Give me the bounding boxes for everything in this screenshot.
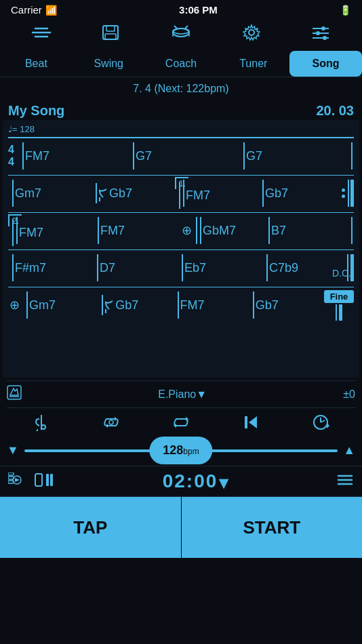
svg-rect-42 [35, 474, 42, 486]
wifi-icon: 📶 [45, 5, 57, 16]
svg-rect-21 [7, 386, 21, 399]
sheet-area: ♩= 128 4 4 FM7 G7 G7 Gm7 Gb7 [3, 120, 359, 378]
bpm-row: ▼ 128bpm ▲ [7, 441, 355, 463]
playback-controls [7, 408, 355, 441]
edit-icon[interactable] [7, 385, 22, 403]
svg-rect-5 [105, 34, 116, 39]
timer-display: 02:00 ▾ [163, 470, 228, 492]
svg-point-18 [323, 36, 327, 40]
svg-rect-39 [8, 472, 14, 475]
pitch-offset: ±0 [343, 388, 355, 401]
svg-line-10 [174, 26, 177, 28]
song-header: My Song 20. 03 [0, 100, 362, 120]
chord-gm7-2: Gm7 [22, 287, 98, 323]
svg-rect-32 [245, 416, 247, 428]
timer-dot: ▾ [219, 472, 228, 494]
music-row-3: 2. FM7 FM7 ⊕ GbM7 B7 [8, 212, 354, 248]
loop-icon[interactable] [102, 414, 120, 435]
chord-fm7-3: FM7 [94, 213, 179, 248]
svg-marker-26 [115, 417, 117, 421]
chord-gb7-3: Gb7 [98, 287, 173, 323]
footer-left [8, 472, 54, 491]
toolbar [0, 18, 362, 51]
music-row-1: 4 4 FM7 G7 G7 [8, 137, 354, 174]
list-icon[interactable] [32, 26, 51, 43]
bottom-controls: E.Piano▼ ±0 [0, 378, 362, 466]
tab-bar: Beat Swing Coach Tuner Song [0, 51, 362, 77]
tab-swing[interactable]: Swing [73, 51, 145, 77]
chord-gbm7: ⊕ GbM7 [179, 213, 264, 248]
bpm-slider-track[interactable]: 128bpm [24, 449, 338, 452]
gear-icon[interactable] [243, 24, 260, 45]
svg-marker-31 [249, 416, 257, 428]
repeat-icon[interactable] [172, 414, 190, 435]
tap-button[interactable]: TAP [0, 497, 182, 558]
save-icon[interactable] [102, 24, 119, 45]
music-row-4: F#m7 D7 Eb7 C7b9 D.C. [8, 249, 354, 285]
status-right: 🔋 [340, 5, 351, 16]
svg-point-28 [109, 420, 113, 424]
chord-b7: B7 [264, 213, 350, 248]
status-bar: Carrier 📶 3:06 PM 🔋 [0, 0, 362, 18]
section-info: 7. 4 (Next: 122bpm) [0, 77, 362, 100]
tempo-line: ♩= 128 [8, 124, 354, 134]
status-left: Carrier 📶 [11, 4, 57, 16]
chord-d7: D7 [93, 250, 178, 285]
status-time: 3:06 PM [179, 4, 218, 16]
chord-fm7-volta1: 1. FM7 [175, 176, 258, 211]
svg-rect-41 [8, 481, 14, 483]
bpm-decrease[interactable]: ▼ [7, 443, 19, 458]
chord-eb7: Eb7 [178, 250, 262, 285]
chord-gm7: Gm7 [8, 176, 92, 211]
repeat-end [342, 180, 354, 207]
svg-point-24 [41, 425, 45, 429]
chord-f#m7: F#m7 [8, 250, 93, 285]
speed-icon[interactable] [312, 414, 329, 435]
svg-line-11 [185, 26, 188, 28]
tune-icon[interactable] [33, 414, 50, 435]
svg-rect-4 [106, 26, 115, 31]
playback-settings-icon[interactable] [8, 472, 26, 491]
count-icon[interactable] [34, 472, 54, 491]
svg-marker-25 [36, 428, 38, 431]
bpm-increase[interactable]: ▲ [343, 443, 355, 458]
time-signature: 4 4 [8, 144, 14, 167]
svg-rect-40 [8, 477, 14, 479]
chord-g7-1: G7 [129, 138, 239, 174]
instrument-row: E.Piano▼ ±0 [7, 380, 355, 408]
svg-rect-44 [50, 474, 53, 486]
chord-fm7-5: FM7 [174, 287, 249, 323]
song-time: 20. 03 [316, 103, 354, 119]
chord-fm7-volta2: 2. FM7 [8, 213, 94, 248]
drums-icon[interactable] [170, 24, 192, 45]
chord-g7-2: G7 [239, 138, 350, 174]
chord-fm7-1: FM7 [18, 138, 129, 174]
tab-beat[interactable]: Beat [0, 51, 73, 77]
action-buttons: TAP START [0, 497, 362, 558]
tab-tuner[interactable]: Tuner [217, 51, 289, 77]
svg-point-7 [173, 28, 189, 34]
footer-bar: 02:00 ▾ [0, 466, 362, 497]
carrier-text: Carrier [11, 4, 42, 16]
tab-coach[interactable]: Coach [145, 51, 218, 77]
start-button[interactable]: START [182, 497, 363, 558]
svg-rect-43 [46, 474, 49, 486]
battery-icon: 🔋 [340, 5, 351, 16]
svg-marker-36 [327, 423, 329, 428]
svg-point-12 [249, 30, 254, 35]
svg-point-14 [321, 26, 325, 31]
chord-gb7-2: Gb7 [258, 176, 342, 211]
chord-gb7-1: Gb7 [92, 176, 175, 211]
instrument-selector[interactable]: E.Piano▼ [158, 388, 207, 401]
svg-marker-38 [15, 478, 20, 482]
music-row-5: ⊕ Gm7 Gb7 FM7 Gb7 Fine [8, 287, 354, 323]
footer-menu-icon[interactable] [336, 473, 354, 490]
dc-label: D.C. [332, 268, 351, 279]
tab-song[interactable]: Song [289, 51, 362, 77]
music-row-2: Gm7 Gb7 1. FM7 Gb7 [8, 175, 354, 211]
skipback-icon[interactable] [242, 414, 260, 435]
svg-marker-27 [105, 424, 108, 428]
song-title: My Song [8, 103, 64, 119]
mix-icon[interactable] [311, 25, 330, 44]
bpm-display[interactable]: 128bpm [149, 437, 212, 464]
